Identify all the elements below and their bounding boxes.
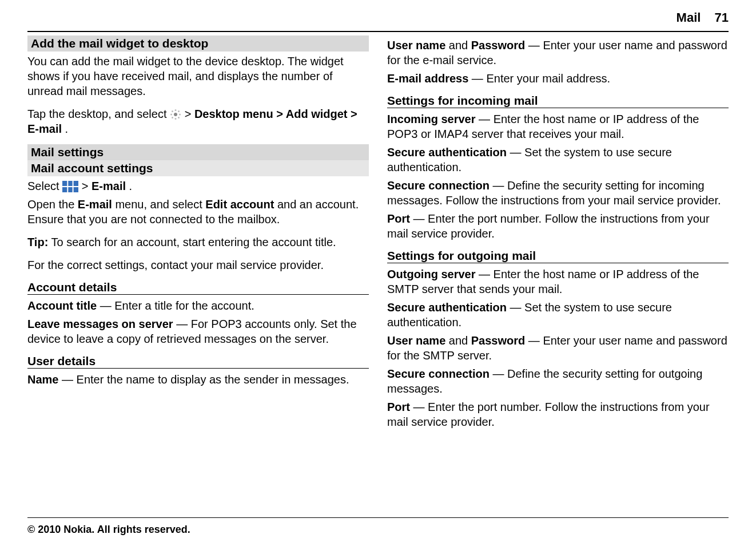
paragraph: Secure authentication — Set the system t…: [387, 145, 729, 175]
paragraph: E-mail address — Enter your mail address…: [387, 71, 729, 86]
text: >: [276, 108, 286, 120]
label-name: Name: [27, 373, 58, 386]
page-footer: © 2010 Nokia. All rights reserved.: [27, 517, 729, 546]
label-secure-auth-out: Secure authentication: [387, 301, 507, 314]
tip-label: Tip:: [27, 236, 48, 248]
text: >: [351, 108, 357, 120]
paragraph: For the correct settings, contact your m…: [27, 258, 369, 272]
text: — Enter the port number. Follow the inst…: [387, 212, 710, 240]
menu-edit-account: Edit account: [205, 198, 274, 211]
paragraph: Open the E-mail menu, and select Edit ac…: [27, 197, 369, 227]
paragraph: User name and Password — Enter your user…: [387, 333, 729, 363]
header-rule: [27, 31, 729, 32]
paragraph: Secure authentication — Set the system t…: [387, 300, 729, 330]
label-secure-auth: Secure authentication: [387, 146, 507, 159]
label-secure-conn: Secure connection: [387, 179, 490, 192]
left-column: Add the mail widget to desktop You can a…: [27, 35, 369, 517]
paragraph: Port — Enter the port number. Follow the…: [387, 211, 729, 241]
paragraph: Tap the desktop, and select > Desktop me…: [27, 106, 369, 136]
menu-add-widget: Add widget: [286, 108, 348, 120]
heading-mail-account-settings: Mail account settings: [27, 160, 369, 176]
right-column: User name and Password — Enter your user…: [387, 35, 729, 517]
label-leave-on-server: Leave messages on server: [27, 318, 173, 330]
heading-add-widget: Add the mail widget to desktop: [27, 35, 369, 52]
paragraph: Outgoing server — Enter the host name or…: [387, 267, 729, 296]
text: and: [449, 334, 471, 347]
paragraph: Account title — Enter a title for the ac…: [27, 298, 369, 313]
page-header: Mail 71: [27, 0, 729, 31]
menu-email: E-mail: [27, 122, 62, 135]
paragraph: Incoming server — Enter the host name or…: [387, 112, 729, 141]
heading-mail-settings: Mail settings: [27, 144, 369, 160]
heading-incoming: Settings for incoming mail: [387, 94, 729, 108]
paragraph: Name — Enter the name to display as the …: [27, 372, 369, 387]
heading-outgoing: Settings for outgoing mail: [387, 249, 729, 263]
svg-point-3: [170, 114, 172, 116]
header-title: Mail: [677, 10, 701, 25]
heading-account-details: Account details: [27, 280, 369, 295]
svg-point-1: [175, 109, 177, 111]
paragraph: Secure connection — Define the security …: [387, 366, 729, 396]
svg-point-5: [172, 110, 173, 112]
svg-point-8: [178, 117, 180, 118]
menu-desktop: Desktop menu: [194, 108, 273, 120]
heading-user-details: User details: [27, 354, 369, 369]
label-email-address: E-mail address: [387, 72, 468, 85]
paragraph: You can add the mail widget to the devic…: [27, 54, 369, 98]
text: menu, and select: [115, 198, 205, 211]
svg-point-2: [175, 118, 177, 120]
label-username: User name: [387, 39, 445, 52]
label-incoming-server: Incoming server: [387, 113, 476, 125]
text: Select: [27, 180, 62, 192]
page-number: 71: [715, 10, 729, 25]
menu-email: E-mail: [78, 198, 112, 211]
paragraph: Leave messages on server — For POP3 acco…: [27, 316, 369, 346]
text: Open the: [27, 198, 78, 211]
label-password: Password: [471, 39, 525, 52]
svg-point-7: [172, 117, 173, 118]
menu-email: E-mail: [91, 180, 126, 192]
label-outgoing-server: Outgoing server: [387, 268, 475, 280]
text: Tap the desktop, and select: [27, 108, 170, 120]
label-password-out: Password: [471, 334, 525, 347]
label-secure-conn-out: Secure connection: [387, 367, 490, 380]
label-port: Port: [387, 212, 410, 225]
text: To search for an account, start entering…: [51, 236, 336, 248]
label-port-out: Port: [387, 401, 410, 413]
label-username-out: User name: [387, 334, 445, 347]
text: — Enter the port number. Follow the inst…: [387, 401, 710, 428]
paragraph: Select > E-mail .: [27, 179, 369, 193]
text: and: [449, 39, 471, 52]
text: — Enter the name to display as the sende…: [62, 373, 349, 386]
text: — Enter your mail address.: [472, 72, 610, 85]
svg-point-6: [178, 110, 180, 112]
menu-grid-icon: [62, 181, 78, 192]
paragraph: Secure connection — Define the security …: [387, 178, 729, 208]
paragraph: User name and Password — Enter your user…: [387, 38, 729, 68]
text: .: [129, 180, 133, 192]
gear-icon: [170, 109, 181, 120]
svg-point-4: [179, 114, 181, 116]
paragraph: Tip: To search for an account, start ent…: [27, 235, 369, 250]
paragraph: Port — Enter the port number. Follow the…: [387, 399, 729, 429]
svg-point-0: [174, 113, 177, 116]
text: — Enter a title for the account.: [100, 299, 254, 312]
content-columns: Add the mail widget to desktop You can a…: [27, 35, 729, 517]
text: >: [185, 108, 194, 120]
text: >: [82, 180, 91, 192]
text: .: [65, 122, 69, 135]
label-account-title: Account title: [27, 299, 97, 312]
